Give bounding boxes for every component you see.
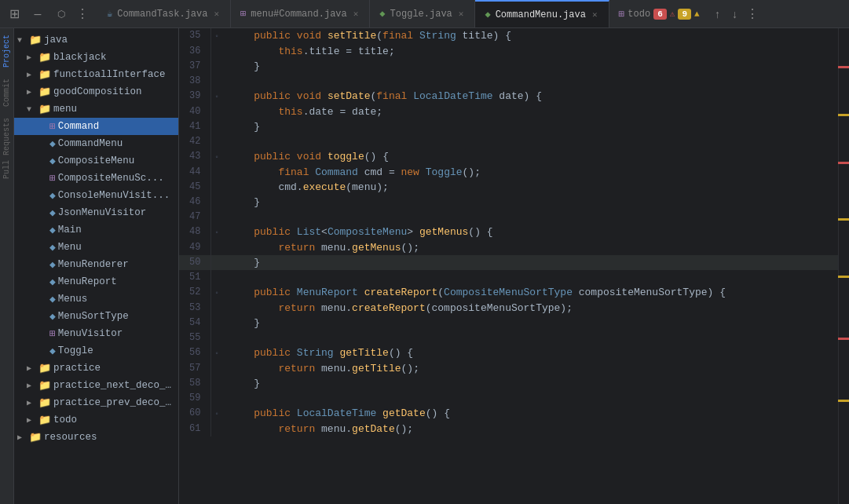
line-gutter: ◦ [210, 285, 223, 301]
app-icon-btn[interactable]: ⊞ [3, 3, 25, 25]
line-gutter [210, 270, 223, 285]
tree-item-menu[interactable]: ▼ 📁 menu [14, 100, 178, 118]
interface-icon: ◆ [379, 8, 385, 20]
tab-command-menu[interactable]: ◆ CommandMenu.java ✕ [475, 0, 609, 27]
tab-close-btn[interactable]: ✕ [212, 7, 221, 20]
code-line-49: 49 return menu.getMenus(); [179, 240, 838, 255]
tree-label: Main [58, 225, 175, 236]
line-number: 50 [179, 255, 210, 270]
line-number: 43 [179, 149, 210, 165]
error-mark [838, 338, 849, 340]
interface-icon: ⊞ [49, 327, 56, 340]
tree-item-Main[interactable]: ◆ Main [14, 221, 178, 239]
class-icon: ◆ [49, 345, 56, 357]
expand-arrow: ▶ [27, 87, 36, 97]
breakpoint-dot[interactable]: ◦ [214, 93, 219, 101]
sidebar-pullreq-label[interactable]: Pull Requests [2, 118, 11, 179]
line-code: public void setDate(final LocalDateTime … [223, 89, 838, 104]
tree-item-java[interactable]: ▼ 📁 java [14, 31, 178, 49]
breakpoint-dot[interactable]: ◦ [214, 289, 219, 298]
folder-icon: 📁 [29, 34, 42, 46]
tab-close-btn[interactable]: ✕ [457, 7, 466, 20]
line-gutter [210, 180, 223, 195]
code-line-59: 59 [179, 391, 838, 406]
line-number: 55 [179, 331, 210, 345]
tree-item-resources[interactable]: ▶ 📁 resources [14, 429, 178, 446]
line-code: } [223, 376, 838, 391]
tab-close-btn[interactable]: ✕ [591, 8, 599, 21]
menu-btn[interactable]: ⋮ [74, 5, 91, 23]
breakpoint-dot[interactable]: ◦ [214, 228, 219, 237]
tab-close-btn[interactable]: ✕ [352, 7, 360, 20]
tree-item-MenuVisitor[interactable]: ⊞ MenuVisitor [14, 325, 178, 342]
code-line-54: 54 } [179, 316, 838, 331]
tree-item-Menus[interactable]: ◆ Menus [14, 290, 178, 308]
tree-label: Toggle [58, 345, 175, 356]
tree-item-JsonMenuVisitor[interactable]: ◆ JsonMenuVisitor [14, 204, 178, 221]
folder-icon: 📁 [38, 86, 51, 98]
breakpoint-dot[interactable]: ◦ [214, 153, 219, 162]
nav-up-btn[interactable]: ↑ [709, 5, 726, 23]
tree-label: menu [53, 104, 175, 115]
breakpoint-dot[interactable]: ◦ [214, 349, 219, 358]
class-icon: ◆ [49, 224, 56, 236]
expand-arrow: ▶ [27, 363, 36, 373]
breakpoint-dot[interactable]: ◦ [214, 32, 219, 41]
line-code: return menu.getTitle(); [223, 361, 838, 376]
line-gutter [210, 119, 223, 134]
todo-section[interactable]: ⊞ todo 6 ⚠ 9 ▲ [609, 0, 709, 27]
line-code [223, 270, 838, 285]
tree-item-functioallInterface[interactable]: ▶ 📁 functioallInterface [14, 66, 178, 83]
tree-label: MenuVisitor [58, 328, 175, 339]
error-icon: ⚠ [670, 9, 675, 19]
warn-mark [838, 276, 849, 278]
code-line-42: 42 [179, 134, 838, 149]
tree-item-CompositeMenu[interactable]: ◆ CompositeMenu [14, 152, 178, 170]
line-number: 49 [179, 240, 210, 255]
tree-item-practice[interactable]: ▶ 📁 practice [14, 360, 178, 377]
line-code [223, 331, 838, 345]
line-code: cmd.execute(menu); [223, 180, 838, 195]
nav-down-btn[interactable]: ↓ [726, 5, 744, 23]
tree-item-MenuRenderer[interactable]: ◆ MenuRenderer [14, 256, 178, 273]
tree-item-blackjack[interactable]: ▶ 📁 blackjack [14, 49, 178, 66]
tree-item-ConsoleMenuVisit[interactable]: ◆ ConsoleMenuVisit... [14, 187, 178, 204]
class-icon: ◆ [49, 241, 56, 254]
line-code: } [223, 195, 838, 210]
breakpoint-dot[interactable]: ◦ [214, 410, 219, 418]
tab-command-task[interactable]: ☕ CommandTask.java ✕ [97, 0, 231, 27]
tree-item-Menu[interactable]: ◆ Menu [14, 239, 178, 256]
tree-item-todo[interactable]: ▶ 📁 todo [14, 411, 178, 429]
tree-item-Command[interactable]: ⊞ Command [14, 118, 178, 135]
line-gutter: ◦ [210, 406, 223, 422]
code-content[interactable]: 35◦ public void setTitle(final String ti… [179, 28, 838, 504]
tree-item-MenuReport[interactable]: ◆ MenuReport [14, 273, 178, 290]
tree-item-CompositeMenuSo[interactable]: ⊞ CompositeMenuSc... [14, 170, 178, 187]
expand-arrow: ▼ [27, 105, 36, 114]
line-code: this.title = title; [223, 44, 838, 59]
tree-item-CommandMenu[interactable]: ◆ CommandMenu [14, 135, 178, 152]
warn-count: 9 [678, 9, 691, 20]
interface-icon: ◆ [485, 9, 490, 20]
sidebar-commit-label[interactable]: Commit [2, 79, 11, 107]
code-line-43: 43◦ public void toggle() { [179, 149, 838, 165]
tree-item-practice-next[interactable]: ▶ 📁 practice_next_deco_fo... [14, 377, 178, 394]
minimize-btn[interactable]: – [27, 3, 49, 25]
maximize-btn[interactable]: ⬡ [50, 3, 72, 25]
code-line-60: 60◦ public LocalDateTime getDate() { [179, 406, 838, 422]
tree-label: blackjack [53, 52, 175, 63]
line-gutter [210, 195, 223, 210]
tree-item-Toggle[interactable]: ◆ Toggle [14, 342, 178, 360]
tree-label: practice [53, 363, 175, 374]
tab-menu-command[interactable]: ⊞ menu#Command.java ✕ [231, 0, 370, 27]
more-btn[interactable]: ⋮ [744, 5, 761, 23]
line-number: 42 [179, 134, 210, 149]
tree-item-practice-prev[interactable]: ▶ 📁 practice_prev_deco_fo... [14, 394, 178, 411]
tab-toggle[interactable]: ◆ Toggle.java ✕ [370, 0, 475, 27]
line-number: 44 [179, 165, 210, 180]
tree-item-MenuSortType[interactable]: ◆ MenuSortType [14, 308, 178, 325]
tree-item-goodComposition[interactable]: ▶ 📁 goodComposition [14, 83, 178, 100]
class-icon: ◆ [49, 137, 56, 150]
sidebar-project-label[interactable]: Project [2, 35, 11, 68]
expand-arrow: ▶ [27, 415, 36, 425]
